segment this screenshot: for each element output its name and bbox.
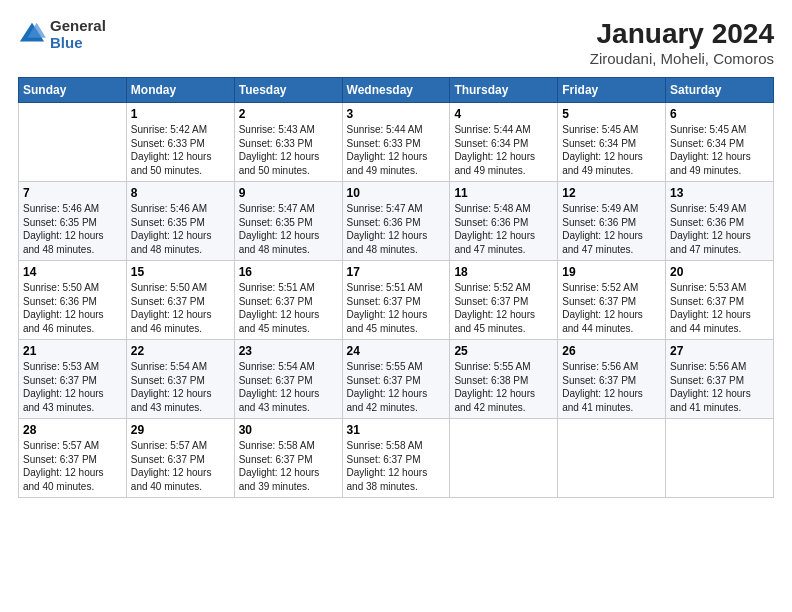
calendar-cell: 20Sunrise: 5:53 AMSunset: 6:37 PMDayligh…	[666, 261, 774, 340]
calendar-cell: 25Sunrise: 5:55 AMSunset: 6:38 PMDayligh…	[450, 340, 558, 419]
calendar-cell: 14Sunrise: 5:50 AMSunset: 6:36 PMDayligh…	[19, 261, 127, 340]
calendar-header-row: SundayMondayTuesdayWednesdayThursdayFrid…	[19, 78, 774, 103]
day-number: 17	[347, 265, 446, 279]
day-number: 3	[347, 107, 446, 121]
calendar-cell: 2Sunrise: 5:43 AMSunset: 6:33 PMDaylight…	[234, 103, 342, 182]
day-info: Sunrise: 5:52 AMSunset: 6:37 PMDaylight:…	[454, 281, 553, 335]
week-row-3: 14Sunrise: 5:50 AMSunset: 6:36 PMDayligh…	[19, 261, 774, 340]
calendar-cell: 23Sunrise: 5:54 AMSunset: 6:37 PMDayligh…	[234, 340, 342, 419]
calendar-cell: 21Sunrise: 5:53 AMSunset: 6:37 PMDayligh…	[19, 340, 127, 419]
calendar-cell: 17Sunrise: 5:51 AMSunset: 6:37 PMDayligh…	[342, 261, 450, 340]
day-info: Sunrise: 5:55 AMSunset: 6:37 PMDaylight:…	[347, 360, 446, 414]
calendar-cell: 30Sunrise: 5:58 AMSunset: 6:37 PMDayligh…	[234, 419, 342, 498]
calendar-cell: 5Sunrise: 5:45 AMSunset: 6:34 PMDaylight…	[558, 103, 666, 182]
calendar-cell: 22Sunrise: 5:54 AMSunset: 6:37 PMDayligh…	[126, 340, 234, 419]
calendar-cell: 19Sunrise: 5:52 AMSunset: 6:37 PMDayligh…	[558, 261, 666, 340]
day-number: 27	[670, 344, 769, 358]
day-number: 11	[454, 186, 553, 200]
header: General Blue January 2024 Ziroudani, Moh…	[18, 18, 774, 67]
day-info: Sunrise: 5:48 AMSunset: 6:36 PMDaylight:…	[454, 202, 553, 256]
logo-icon	[18, 21, 46, 49]
day-number: 20	[670, 265, 769, 279]
title-block: January 2024 Ziroudani, Moheli, Comoros	[590, 18, 774, 67]
day-number: 28	[23, 423, 122, 437]
calendar-cell: 11Sunrise: 5:48 AMSunset: 6:36 PMDayligh…	[450, 182, 558, 261]
calendar-cell	[558, 419, 666, 498]
col-header-friday: Friday	[558, 78, 666, 103]
day-number: 25	[454, 344, 553, 358]
day-info: Sunrise: 5:57 AMSunset: 6:37 PMDaylight:…	[23, 439, 122, 493]
day-info: Sunrise: 5:43 AMSunset: 6:33 PMDaylight:…	[239, 123, 338, 177]
day-number: 8	[131, 186, 230, 200]
col-header-saturday: Saturday	[666, 78, 774, 103]
calendar-cell: 8Sunrise: 5:46 AMSunset: 6:35 PMDaylight…	[126, 182, 234, 261]
day-number: 13	[670, 186, 769, 200]
logo-general: General	[50, 18, 106, 35]
day-number: 23	[239, 344, 338, 358]
calendar-cell	[19, 103, 127, 182]
col-header-tuesday: Tuesday	[234, 78, 342, 103]
day-number: 1	[131, 107, 230, 121]
day-info: Sunrise: 5:58 AMSunset: 6:37 PMDaylight:…	[239, 439, 338, 493]
calendar-cell: 26Sunrise: 5:56 AMSunset: 6:37 PMDayligh…	[558, 340, 666, 419]
day-info: Sunrise: 5:52 AMSunset: 6:37 PMDaylight:…	[562, 281, 661, 335]
day-number: 14	[23, 265, 122, 279]
week-row-2: 7Sunrise: 5:46 AMSunset: 6:35 PMDaylight…	[19, 182, 774, 261]
day-info: Sunrise: 5:51 AMSunset: 6:37 PMDaylight:…	[347, 281, 446, 335]
day-info: Sunrise: 5:51 AMSunset: 6:37 PMDaylight:…	[239, 281, 338, 335]
calendar-title: January 2024	[590, 18, 774, 50]
calendar-cell: 13Sunrise: 5:49 AMSunset: 6:36 PMDayligh…	[666, 182, 774, 261]
day-number: 6	[670, 107, 769, 121]
col-header-wednesday: Wednesday	[342, 78, 450, 103]
day-info: Sunrise: 5:45 AMSunset: 6:34 PMDaylight:…	[562, 123, 661, 177]
calendar-cell: 29Sunrise: 5:57 AMSunset: 6:37 PMDayligh…	[126, 419, 234, 498]
day-number: 2	[239, 107, 338, 121]
day-number: 12	[562, 186, 661, 200]
day-info: Sunrise: 5:56 AMSunset: 6:37 PMDaylight:…	[670, 360, 769, 414]
calendar-cell: 27Sunrise: 5:56 AMSunset: 6:37 PMDayligh…	[666, 340, 774, 419]
calendar-cell: 16Sunrise: 5:51 AMSunset: 6:37 PMDayligh…	[234, 261, 342, 340]
day-info: Sunrise: 5:56 AMSunset: 6:37 PMDaylight:…	[562, 360, 661, 414]
day-info: Sunrise: 5:50 AMSunset: 6:37 PMDaylight:…	[131, 281, 230, 335]
calendar-subtitle: Ziroudani, Moheli, Comoros	[590, 50, 774, 67]
day-info: Sunrise: 5:47 AMSunset: 6:36 PMDaylight:…	[347, 202, 446, 256]
calendar-cell	[450, 419, 558, 498]
col-header-thursday: Thursday	[450, 78, 558, 103]
calendar-cell: 4Sunrise: 5:44 AMSunset: 6:34 PMDaylight…	[450, 103, 558, 182]
calendar-cell: 10Sunrise: 5:47 AMSunset: 6:36 PMDayligh…	[342, 182, 450, 261]
calendar-cell	[666, 419, 774, 498]
day-info: Sunrise: 5:53 AMSunset: 6:37 PMDaylight:…	[670, 281, 769, 335]
day-number: 21	[23, 344, 122, 358]
calendar-cell: 7Sunrise: 5:46 AMSunset: 6:35 PMDaylight…	[19, 182, 127, 261]
calendar-cell: 6Sunrise: 5:45 AMSunset: 6:34 PMDaylight…	[666, 103, 774, 182]
day-info: Sunrise: 5:47 AMSunset: 6:35 PMDaylight:…	[239, 202, 338, 256]
day-number: 30	[239, 423, 338, 437]
day-number: 29	[131, 423, 230, 437]
day-info: Sunrise: 5:44 AMSunset: 6:33 PMDaylight:…	[347, 123, 446, 177]
col-header-sunday: Sunday	[19, 78, 127, 103]
day-info: Sunrise: 5:57 AMSunset: 6:37 PMDaylight:…	[131, 439, 230, 493]
logo: General Blue	[18, 18, 106, 51]
calendar-cell: 18Sunrise: 5:52 AMSunset: 6:37 PMDayligh…	[450, 261, 558, 340]
day-info: Sunrise: 5:54 AMSunset: 6:37 PMDaylight:…	[239, 360, 338, 414]
day-number: 22	[131, 344, 230, 358]
day-info: Sunrise: 5:53 AMSunset: 6:37 PMDaylight:…	[23, 360, 122, 414]
day-number: 19	[562, 265, 661, 279]
week-row-1: 1Sunrise: 5:42 AMSunset: 6:33 PMDaylight…	[19, 103, 774, 182]
day-info: Sunrise: 5:50 AMSunset: 6:36 PMDaylight:…	[23, 281, 122, 335]
day-number: 5	[562, 107, 661, 121]
day-info: Sunrise: 5:42 AMSunset: 6:33 PMDaylight:…	[131, 123, 230, 177]
day-info: Sunrise: 5:46 AMSunset: 6:35 PMDaylight:…	[131, 202, 230, 256]
calendar-cell: 3Sunrise: 5:44 AMSunset: 6:33 PMDaylight…	[342, 103, 450, 182]
calendar-cell: 9Sunrise: 5:47 AMSunset: 6:35 PMDaylight…	[234, 182, 342, 261]
day-number: 26	[562, 344, 661, 358]
day-info: Sunrise: 5:49 AMSunset: 6:36 PMDaylight:…	[670, 202, 769, 256]
day-number: 7	[23, 186, 122, 200]
day-number: 9	[239, 186, 338, 200]
day-info: Sunrise: 5:46 AMSunset: 6:35 PMDaylight:…	[23, 202, 122, 256]
day-number: 10	[347, 186, 446, 200]
calendar-cell: 24Sunrise: 5:55 AMSunset: 6:37 PMDayligh…	[342, 340, 450, 419]
calendar-table: SundayMondayTuesdayWednesdayThursdayFrid…	[18, 77, 774, 498]
day-info: Sunrise: 5:44 AMSunset: 6:34 PMDaylight:…	[454, 123, 553, 177]
day-info: Sunrise: 5:49 AMSunset: 6:36 PMDaylight:…	[562, 202, 661, 256]
